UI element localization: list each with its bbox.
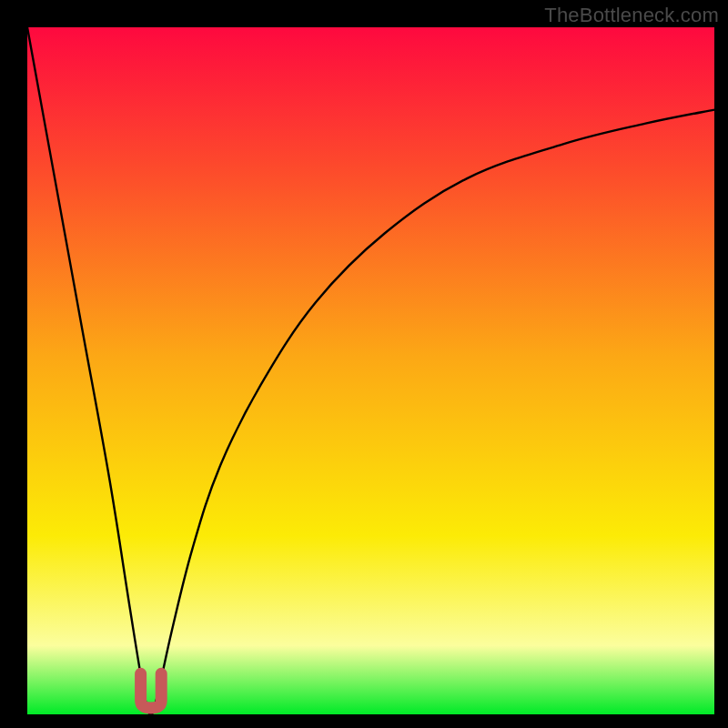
- chart-svg: [27, 27, 714, 714]
- watermark-text: TheBottleneck.com: [544, 4, 719, 27]
- plot-area: [27, 27, 714, 714]
- outer-frame: TheBottleneck.com: [0, 0, 728, 728]
